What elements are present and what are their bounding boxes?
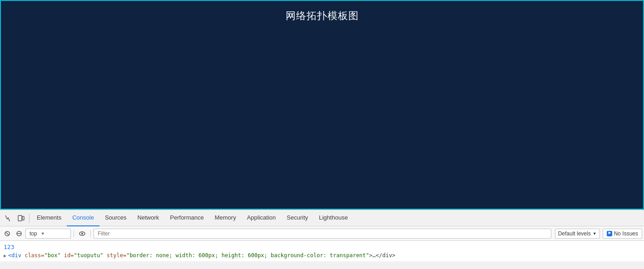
tab-lighthouse[interactable]: Lighthouse: [313, 210, 353, 226]
frame-selector[interactable]: top ▼: [25, 229, 71, 239]
eye-icon[interactable]: [77, 228, 88, 239]
html-tag-open: <div: [8, 252, 21, 259]
html-class-val: "box": [45, 252, 61, 259]
tab-sources[interactable]: Sources: [99, 210, 132, 226]
tab-network[interactable]: Network: [132, 210, 165, 226]
filter-input[interactable]: [94, 229, 551, 239]
device-toolbar-icon[interactable]: [15, 212, 27, 225]
console-line-number: 123: [0, 243, 644, 251]
svg-line-4: [6, 232, 9, 235]
tab-console[interactable]: Console: [67, 210, 99, 226]
html-id-val: "tuoputu": [74, 252, 104, 259]
svg-point-8: [81, 233, 83, 235]
tab-performance[interactable]: Performance: [164, 210, 209, 226]
no-issues-button[interactable]: ⚑ No Issues: [603, 229, 642, 239]
chevron-down-icon-levels: ▼: [593, 231, 597, 236]
devtools-tab-bar: Elements Console Sources Network Perform…: [0, 210, 644, 226]
tab-security[interactable]: Security: [281, 210, 313, 226]
devtools-panel: Elements Console Sources Network Perform…: [0, 210, 644, 261]
webpage-canvas: 网络拓扑模板图: [0, 0, 644, 210]
svg-point-0: [9, 220, 10, 221]
toolbar-separator: [74, 230, 74, 237]
svg-rect-2: [22, 216, 24, 220]
tab-elements[interactable]: Elements: [31, 210, 67, 226]
html-suffix: >…</div>: [369, 252, 396, 259]
inspect-element-icon[interactable]: [2, 212, 15, 225]
html-style-val: "border: none; width: 600px; height: 600…: [126, 252, 369, 259]
html-id-attr: id=: [61, 252, 74, 259]
console-html-element: ▶ <div class= "box" id= "tuoputu" style=…: [0, 251, 644, 259]
toolbar-separator-2: [90, 230, 91, 237]
html-class-attr: class=: [21, 252, 45, 259]
expand-icon[interactable]: ▶: [4, 253, 6, 258]
svg-rect-1: [18, 215, 22, 221]
html-style-attr: style=: [104, 252, 127, 259]
block-requests-icon[interactable]: [14, 228, 25, 239]
chevron-down-icon: ▼: [41, 231, 45, 236]
page-title: 网络拓扑模板图: [286, 9, 359, 23]
issues-icon: ⚑: [607, 231, 612, 236]
tab-memory[interactable]: Memory: [209, 210, 242, 226]
console-output: 123 ▶ <div class= "box" id= "tuoputu" st…: [0, 241, 644, 261]
tab-application[interactable]: Application: [242, 210, 282, 226]
console-toolbar: top ▼ Default levels ▼ ⚑ No Issues: [0, 226, 644, 241]
clear-console-icon[interactable]: [2, 228, 13, 239]
default-levels-button[interactable]: Default levels ▼: [555, 229, 600, 239]
tab-divider: [29, 214, 30, 223]
